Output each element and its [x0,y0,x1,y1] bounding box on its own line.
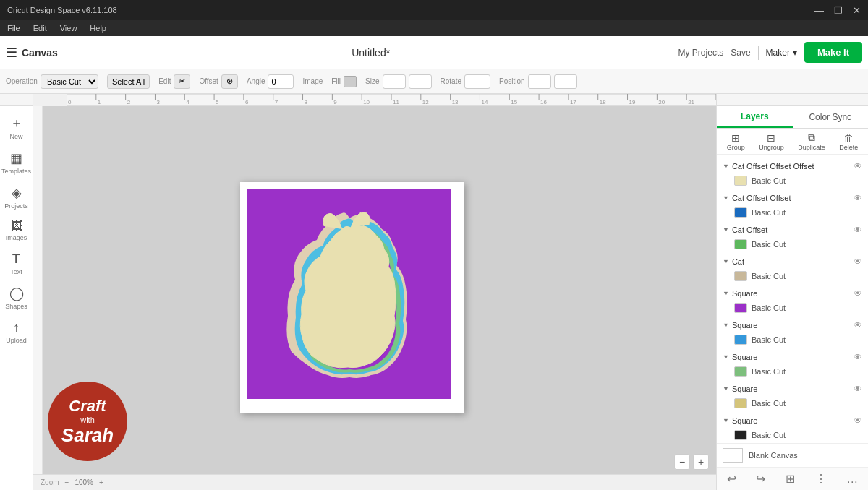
layer-color-swatch[interactable] [734,271,747,281]
layer-item[interactable]: Basic Cut [717,332,868,347]
delete-button[interactable]: 🗑 Delete [835,131,862,152]
size-h-input[interactable] [409,74,432,89]
visibility-icon[interactable]: 👁 [854,288,862,298]
layer-header-square-purple[interactable]: ▼ Square 👁 [717,286,868,301]
layer-header-square-black[interactable]: ▼ Square 👁 [717,413,868,428]
my-projects-button[interactable]: My Projects [678,48,724,58]
chevron-icon: ▼ [723,258,729,265]
svg-text:12: 12 [422,99,429,106]
zoom-minus[interactable]: − [65,478,69,486]
layer-header-cat-offset3[interactable]: ▼ Cat Offset Offset Offset 👁 [717,159,868,173]
arrange-button[interactable]: ⋮ [815,472,827,486]
zoom-plus[interactable]: + [99,478,103,486]
sidebar-item-text[interactable]: T Text [2,247,31,280]
make-it-button[interactable]: Make It [804,42,862,63]
upload-label: Upload [6,337,27,344]
layer-group-square-green: ▼ Square 👁 Basic Cut [717,348,868,380]
tab-layers[interactable]: Layers [717,106,793,128]
ungroup-label: Ungroup [759,144,784,151]
position-label: Position [499,77,525,85]
pos-y-input[interactable] [554,74,577,89]
undo-button[interactable]: ↩ [727,472,736,486]
layer-item[interactable]: Basic Cut [717,173,868,188]
layer-item[interactable]: Basic Cut [717,396,868,411]
layer-item[interactable]: Basic Cut [717,269,868,283]
canvas-info: Zoom [41,478,59,486]
sidebar-item-images[interactable]: 🖼 Images [2,215,31,246]
visibility-icon[interactable]: 👁 [854,416,862,426]
sidebar-item-new[interactable]: ＋ New [2,110,31,145]
layer-header-square-green[interactable]: ▼ Square 👁 [717,350,868,364]
layer-header-cat[interactable]: ▼ Cat 👁 [717,254,868,269]
layer-group-square-blue: ▼ Square 👁 Basic Cut [717,317,868,348]
svg-text:4: 4 [186,99,190,106]
edit-button[interactable]: ✂ [174,74,190,89]
group-button[interactable]: ⊞ Group [723,131,749,152]
layer-item[interactable]: Basic Cut [717,205,868,220]
blank-canvas-row: Blank Canvas [717,443,868,467]
menu-edit[interactable]: Edit [33,24,47,33]
sidebar-item-upload[interactable]: ↑ Upload [2,316,31,348]
ruler-vertical [33,106,43,490]
maker-dropdown[interactable]: Maker ▾ [766,48,797,58]
rotate-input[interactable] [464,74,490,89]
zoom-in-button[interactable]: + [693,454,709,470]
svg-text:11: 11 [393,99,399,106]
zoom-controls: − + [674,454,709,470]
layer-header-cat-offset2[interactable]: ▼ Cat Offset Offset 👁 [717,191,868,205]
layer-color-swatch[interactable] [734,207,747,218]
duplicate-button[interactable]: ⧉ Duplicate [793,130,830,152]
visibility-icon[interactable]: 👁 [854,161,862,171]
angle-input[interactable] [268,74,294,89]
minimize-button[interactable]: — [814,5,824,16]
svg-text:9: 9 [333,99,337,106]
visibility-icon[interactable]: 👁 [854,320,862,330]
layer-color-swatch[interactable] [734,303,747,313]
visibility-icon[interactable]: 👁 [854,352,862,362]
align-button[interactable]: ⊞ [786,472,795,486]
tab-color-sync[interactable]: Color Sync [793,106,869,128]
layer-color-swatch[interactable] [734,430,747,440]
size-w-input[interactable] [383,74,406,89]
layer-name: Square [732,353,851,361]
visibility-icon[interactable]: 👁 [854,384,862,394]
close-button[interactable]: ✕ [853,5,861,16]
layer-color-swatch[interactable] [734,176,747,186]
hamburger-menu[interactable]: ☰ [6,45,17,61]
fill-color[interactable] [344,76,357,87]
menu-file[interactable]: File [7,24,20,33]
canvas-area[interactable]: Craft with Sarah − + Zoom − 100% + [33,106,716,490]
layer-header-square-tan[interactable]: ▼ Square 👁 [717,382,868,396]
visibility-icon[interactable]: 👁 [854,225,862,235]
zoom-out-button[interactable]: − [674,454,690,470]
layer-header-cat-offset1[interactable]: ▼ Cat Offset 👁 [717,223,868,237]
redo-button[interactable]: ↪ [756,472,765,486]
layer-header-square-blue[interactable]: ▼ Square 👁 [717,318,868,332]
layer-color-swatch[interactable] [734,239,747,249]
sidebar-item-projects[interactable]: ◈ Projects [2,181,31,214]
chevron-icon: ▼ [723,385,729,392]
visibility-icon[interactable]: 👁 [854,193,862,203]
layer-item-label: Basic Cut [752,176,862,185]
layer-item[interactable]: Basic Cut [717,364,868,379]
operation-select[interactable]: Basic Cut [41,74,98,89]
layer-color-swatch[interactable] [734,366,747,377]
layer-item[interactable]: Basic Cut [717,237,868,252]
more-button[interactable]: … [846,473,858,486]
ungroup-button[interactable]: ⊟ Ungroup [754,131,788,152]
svg-text:7: 7 [275,99,278,106]
layer-color-swatch[interactable] [734,335,747,345]
restore-button[interactable]: ❐ [834,5,843,16]
sidebar-item-shapes[interactable]: ◯ Shapes [2,281,31,314]
sidebar-item-templates[interactable]: ▦ Templates [2,146,31,179]
select-all-button[interactable]: Select All [107,74,150,89]
layer-color-swatch[interactable] [734,398,747,408]
menu-view[interactable]: View [60,24,77,33]
save-button[interactable]: Save [731,48,750,58]
menu-help[interactable]: Help [90,24,106,33]
pos-x-input[interactable] [528,74,551,89]
offset-button[interactable]: ⊛ [221,74,238,89]
layer-item[interactable]: Basic Cut [717,428,868,442]
visibility-icon[interactable]: 👁 [854,257,862,267]
layer-item[interactable]: Basic Cut [717,301,868,315]
